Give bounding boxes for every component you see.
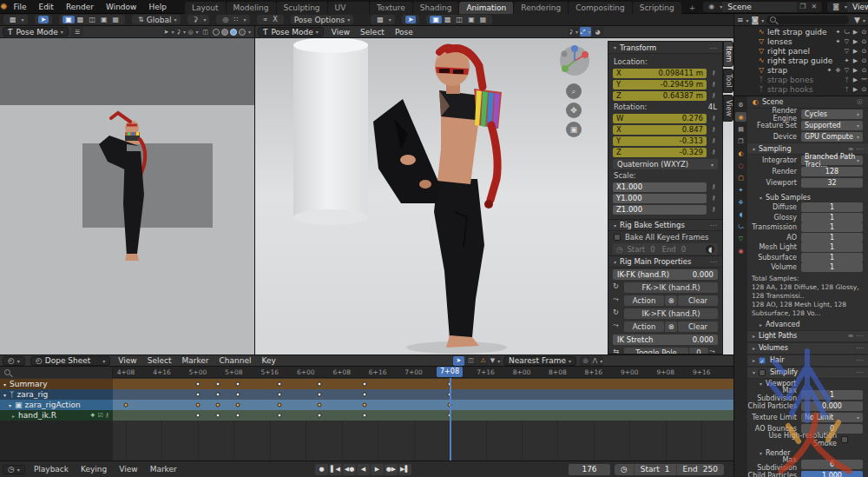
transmission-samples-field[interactable]: 1 (801, 222, 863, 232)
location-y-field[interactable]: Y-0.29459 m (613, 80, 707, 89)
new-scene-icon[interactable]: ❐ (797, 3, 808, 10)
device-dropdown[interactable]: GPU Compute▾ (801, 132, 863, 142)
interpolation-icon[interactable]: ⋀▾ (592, 356, 603, 366)
snap-ik-icon[interactable]: ↻ (613, 308, 623, 320)
scene-name[interactable]: Scene (722, 2, 797, 12)
view-layer-name[interactable]: View Layer (847, 2, 868, 12)
pose-options-dropdown[interactable]: Pose Options▾ (291, 15, 353, 24)
wrench-icon[interactable]: ✦ (89, 411, 98, 420)
tab-object-icon[interactable]: ▢ (735, 173, 746, 182)
auto-keying-icon[interactable]: ● (315, 464, 328, 475)
eye-icon[interactable]: ⊙ (860, 67, 868, 74)
channel-summary[interactable]: ▾Summary (0, 379, 113, 389)
jump-to-end-icon[interactable]: ▶▌ (398, 464, 411, 475)
menu-file[interactable]: File (7, 3, 32, 11)
advanced-header[interactable]: ▸Advanced (747, 320, 868, 330)
channel-zara-rig[interactable]: ▾ᛉzara_rig (0, 389, 113, 400)
add-workspace-button[interactable]: + (682, 2, 704, 14)
tweak-tool-icon[interactable]: ➤▾ (163, 27, 174, 36)
action-button-2[interactable]: Action (624, 321, 664, 332)
diffuse-samples-field[interactable]: 1 (801, 202, 863, 212)
column-object[interactable] (293, 38, 368, 225)
active-tool-select-2[interactable]: ➤ (402, 15, 420, 24)
lock-icon[interactable]: ⚷ (709, 70, 718, 76)
start-frame-field[interactable]: Start1 (635, 465, 676, 474)
channel-hand-ik-r[interactable]: ▸hand_ik.R ✦ ☑ ⚷ (0, 410, 113, 421)
snap-magnet-icon[interactable]: ⚳▾ (568, 27, 579, 36)
move-view-icon[interactable]: ✥ (566, 103, 582, 118)
pose-icon[interactable]: ᛉ (843, 76, 851, 83)
selectable-icon[interactable]: ▶ (852, 86, 859, 93)
toggle-pole-value[interactable]: 0 (689, 348, 708, 354)
tab-particles-icon[interactable]: ❉ (735, 197, 746, 207)
tab-shading[interactable]: Shading (413, 2, 460, 14)
channel-row-action[interactable]: ▾▣zara_rigAction (0, 400, 733, 410)
menu-render[interactable]: Render (60, 3, 100, 11)
selectable-icon[interactable]: ▶ (852, 57, 859, 64)
outliner-search-input[interactable] (766, 16, 849, 24)
keyframe[interactable] (363, 393, 367, 397)
mode-dropdown-main[interactable]: ƬPose Mode▾ (258, 27, 324, 36)
current-frame-field[interactable]: 176 (569, 464, 610, 475)
eye-icon[interactable]: ⊙ (860, 48, 868, 55)
transform-panel-header[interactable]: ▾Transform⋯ (608, 42, 722, 54)
sub-samples-header[interactable]: ▾Sub Samples (747, 192, 868, 202)
keyframe[interactable] (363, 403, 367, 407)
keyframe[interactable] (236, 403, 240, 407)
tab-constraints-icon[interactable]: ⤿ (735, 222, 746, 231)
tab-data-icon[interactable]: ▽ (735, 234, 746, 243)
playhead[interactable] (450, 378, 451, 460)
constraint-icon[interactable]: ⤿ (843, 29, 851, 36)
clock-icon[interactable]: ◷ (616, 245, 622, 254)
light-paths-header[interactable]: ▸Light Paths≡ ⋯ (747, 330, 868, 342)
nav-gizmo[interactable] (557, 43, 592, 78)
lock-icon[interactable]: ⚷ (709, 92, 718, 99)
outliner-display-mode-icon[interactable]: ≡▾ (734, 16, 752, 24)
shading-wireframe-icon[interactable] (213, 29, 220, 36)
keyframe[interactable] (278, 403, 282, 407)
hair-checkbox[interactable]: ✓ (759, 357, 766, 364)
menu-help[interactable]: Help (142, 3, 173, 11)
particles-icon[interactable]: ❉ (834, 67, 842, 74)
viewport-left[interactable] (0, 38, 254, 354)
view-menu[interactable]: View (326, 28, 355, 36)
shading-solid-icon[interactable] (221, 29, 228, 36)
snap-group[interactable]: ⚳▾ (187, 15, 210, 24)
subsurface-samples-field[interactable]: 1 (801, 253, 863, 262)
tab-layout[interactable]: Layout (185, 2, 227, 14)
eye-icon[interactable]: ⊙ (860, 38, 868, 45)
ikfk-slider[interactable]: IK-FK (hand.R)0.000 (613, 269, 718, 280)
current-frame-badge[interactable]: 7+08 (437, 367, 463, 377)
ik-to-fk-button[interactable]: IK->FK (hand.R) (624, 308, 718, 319)
mute-checkbox-icon[interactable]: ☑ (98, 412, 105, 419)
clear-button[interactable]: Clear (678, 295, 718, 306)
tab-world-icon[interactable]: ○ (735, 161, 746, 170)
keying-menu[interactable]: Keying (75, 465, 113, 474)
ds-view-menu[interactable]: View (113, 356, 141, 365)
view-layer-selector[interactable]: ◙▾ View Layer ❐ ✕ (827, 2, 868, 12)
modifier-icon[interactable]: ✦ (834, 38, 842, 45)
pose-icon[interactable]: ᛉ (843, 86, 851, 93)
channel-zara-rig-action[interactable]: ▾▣zara_rigAction (0, 400, 113, 410)
selectable-icon[interactable]: ▶ (852, 76, 859, 83)
keyframe[interactable] (236, 414, 240, 418)
xmirror-group[interactable]: ∝X (257, 15, 284, 24)
keyframe[interactable] (196, 393, 201, 397)
rotation-w-field[interactable]: W0.276 (613, 114, 707, 123)
cancel-icon[interactable]: ⊗ (665, 295, 677, 306)
keyframe[interactable] (318, 403, 322, 407)
prev-keyframe-icon[interactable]: ◀● (343, 464, 356, 475)
end-frame-field[interactable]: End250 (677, 465, 724, 474)
editor-type-dropdown[interactable]: ◴▾ (3, 356, 25, 366)
lock-icon[interactable]: ⚷ (709, 115, 718, 122)
menu-window[interactable]: Window (100, 3, 143, 11)
play-reverse-icon[interactable]: ◀ (357, 464, 370, 475)
mesh-data-icon[interactable]: ▽ (843, 67, 851, 74)
snap-dropdown[interactable]: Nearest Frame▾ (503, 356, 576, 366)
lock-icon[interactable]: ⚷ (709, 149, 718, 156)
outliner-row[interactable]: ᛉ strap hooks ᛉ ▶ ⊙ (734, 84, 868, 94)
keyframe[interactable] (278, 382, 282, 387)
outliner-row[interactable]: ▽ right panel ▽ ▶ ⊙ (734, 46, 868, 56)
keyframe[interactable] (363, 414, 367, 418)
integrator-dropdown[interactable]: Branched Path Traci...▾ (801, 156, 863, 165)
